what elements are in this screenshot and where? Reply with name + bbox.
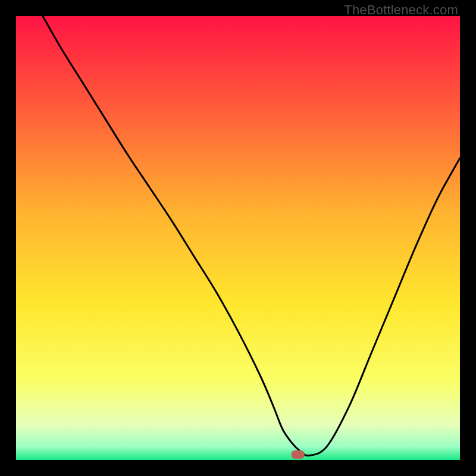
optimum-marker xyxy=(292,450,305,459)
chart-frame: TheBottleneck.com xyxy=(0,0,476,476)
plot-area xyxy=(16,16,460,460)
chart-svg xyxy=(16,16,460,460)
